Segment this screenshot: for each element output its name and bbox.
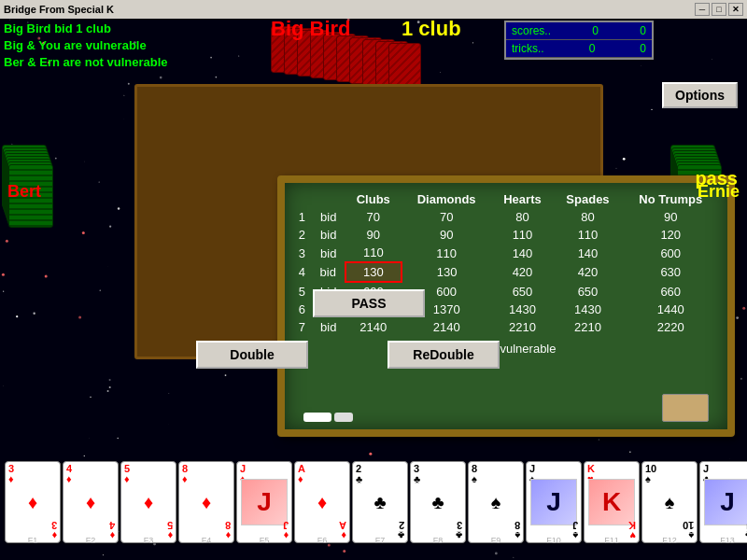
card-3-club[interactable]: 3♣♣♣3 xyxy=(410,461,466,543)
card-face: K xyxy=(588,479,635,525)
player-top-bid: 1 club xyxy=(402,17,461,41)
card-rank-bottom: ♦3 xyxy=(51,520,57,540)
card-rank-top: A♦ xyxy=(298,464,346,484)
table-row: 4bid130130420420630 xyxy=(292,262,719,282)
card-center-pip: ♦ xyxy=(86,492,95,513)
card-J-spade[interactable]: J♠J♠J xyxy=(526,461,582,543)
card-J-diamond[interactable]: J♦J♦J xyxy=(236,461,292,543)
titlebar-controls: ─ □ ✕ xyxy=(695,3,743,16)
redouble-button[interactable]: ReDouble xyxy=(388,341,500,369)
col-header-diamonds: Diamonds xyxy=(402,190,492,208)
card-function-label: F6 xyxy=(317,536,328,545)
card-rank-top: 10♠ xyxy=(645,464,694,484)
scores-val-a: 0 xyxy=(592,24,599,37)
card-wrapper: K♥K♥KF11 xyxy=(584,461,640,543)
cell-r4-c5: 650 xyxy=(554,282,623,301)
cell-r3-c5: 420 xyxy=(554,262,623,282)
card-wrapper: 8♠♠♠8F9 xyxy=(468,461,524,543)
card-10-spade[interactable]: 10♠♠♠10 xyxy=(641,461,698,543)
player-right-bid: pass xyxy=(695,168,738,189)
table-header-row: Clubs Diamonds Hearts Spades No Trumps xyxy=(292,190,719,208)
cell-r4-c6: 660 xyxy=(622,282,719,301)
card-wrapper: 10♠♠♠10F12 xyxy=(641,461,698,543)
scores-label: scores.. xyxy=(512,24,551,37)
card-5-diamond[interactable]: 5♦♦♦5 xyxy=(120,461,176,543)
cell-r2-c0: 3 xyxy=(292,244,312,262)
col-header-empty2 xyxy=(312,190,345,208)
scores-val-b: 0 xyxy=(640,24,646,37)
card-rank-bottom: ♠J xyxy=(572,520,578,540)
cell-r2-c1: bid xyxy=(312,244,345,262)
cell-r6-c1: bid xyxy=(312,318,345,336)
minimize-button[interactable]: ─ xyxy=(695,3,710,16)
cell-r1-c2: 90 xyxy=(345,226,402,244)
card-function-label: F2 xyxy=(86,536,96,545)
card-rank-bottom: ♣3 xyxy=(456,520,462,540)
cell-r6-c6: 2220 xyxy=(622,318,719,336)
tricks-val-a: 0 xyxy=(589,42,596,55)
card-8-spade[interactable]: 8♠♠♠8 xyxy=(468,461,524,543)
card-wrapper: A♦♦♦AF6 xyxy=(294,461,350,543)
card-8-diamond[interactable]: 8♦♦♦8 xyxy=(178,461,234,543)
options-button[interactable]: Options xyxy=(662,82,738,108)
card-center-pip: ♣ xyxy=(431,492,444,513)
pass-button[interactable]: PASS xyxy=(313,289,425,317)
card-rank-bottom: ♠8 xyxy=(514,520,520,540)
card-function-label: F9 xyxy=(491,536,501,545)
table-row: 3bid110110140140600 xyxy=(292,244,719,262)
card-wrapper: 3♦♦♦3F1 xyxy=(5,461,61,543)
titlebar: Bridge From Special K ─ □ ✕ xyxy=(0,0,747,19)
table-row: 7bid21402140221022102220 xyxy=(292,318,719,336)
card-wrapper: J♦J♦JF5 xyxy=(236,461,292,543)
cell-r6-c5: 2210 xyxy=(554,318,623,336)
card-A-diamond[interactable]: A♦♦♦A xyxy=(294,461,350,543)
cell-r2-c2: 110 xyxy=(345,244,402,262)
status-text: Big Bird bid 1 club Big & You are vulner… xyxy=(4,21,168,72)
vulnerable-text: you are vulnerable xyxy=(292,342,720,356)
card-rank-bottom: ♦J xyxy=(283,520,289,540)
cell-r3-c2: 130 xyxy=(345,262,402,282)
card-rank-bottom: ♦A xyxy=(339,520,346,540)
col-header-empty1 xyxy=(292,190,312,208)
card-rank-bottom: ♦5 xyxy=(167,520,173,540)
cell-r0-c0: 1 xyxy=(292,208,312,226)
card-center-pip: ♠ xyxy=(665,492,675,513)
card-4-diamond[interactable]: 4♦♦♦4 xyxy=(63,461,119,543)
card-center-pip: ♦ xyxy=(144,492,153,513)
cell-r0-c5: 80 xyxy=(554,208,623,226)
card-2-club[interactable]: 2♣♣♣2 xyxy=(352,461,408,543)
maximize-button[interactable]: □ xyxy=(712,3,726,16)
card-center-pip: ♦ xyxy=(202,492,211,513)
cell-r0-c3: 70 xyxy=(402,208,492,226)
card-function-label: F4 xyxy=(202,536,212,545)
cell-r3-c4: 420 xyxy=(491,262,553,282)
card-function-label: F7 xyxy=(375,536,386,545)
card-3-diamond[interactable]: 3♦♦♦3 xyxy=(5,461,61,543)
close-button[interactable]: ✕ xyxy=(728,3,743,16)
cell-r5-c4: 1430 xyxy=(491,301,553,318)
cell-r5-c0: 6 xyxy=(292,301,312,318)
card-wrapper: J♣J♣JF13 xyxy=(699,461,747,543)
score-row-tricks: tricks.. 0 0 xyxy=(506,40,652,58)
card-wrapper: 5♦♦♦5F3 xyxy=(120,461,176,543)
card-rank-bottom: ♥K xyxy=(628,520,636,540)
card-K-heart[interactable]: K♥K♥K xyxy=(584,461,640,543)
cell-r1-c3: 90 xyxy=(402,226,492,244)
card-function-label: F5 xyxy=(260,536,270,545)
card-rank-bottom: ♠10 xyxy=(683,520,694,540)
cell-r3-c3: 130 xyxy=(402,262,492,282)
cell-r3-c6: 630 xyxy=(622,262,719,282)
card-rank-top: 3♦ xyxy=(8,464,57,484)
cell-r0-c6: 90 xyxy=(622,208,719,226)
cell-r2-c4: 140 xyxy=(491,244,553,262)
cell-r1-c6: 120 xyxy=(622,226,719,244)
card-face: J xyxy=(704,479,747,525)
cell-r2-c6: 600 xyxy=(622,244,719,262)
cell-r4-c0: 5 xyxy=(292,282,312,301)
double-button[interactable]: Double xyxy=(196,341,308,369)
status-line-3: Ber & Ern are not vulnerable xyxy=(4,54,168,71)
cell-r6-c2: 2140 xyxy=(345,318,402,336)
card-J-club[interactable]: J♣J♣J xyxy=(699,461,747,543)
cell-r1-c4: 110 xyxy=(491,226,553,244)
score-panel: scores.. 0 0 tricks.. 0 0 xyxy=(504,21,654,60)
